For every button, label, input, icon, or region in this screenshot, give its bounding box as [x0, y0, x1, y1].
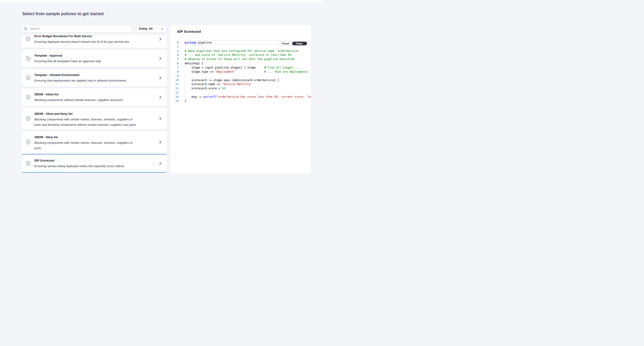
- code-line-number: 14: [170, 95, 179, 99]
- policy-card-description-line: purls and blocking components without ce…: [34, 122, 136, 127]
- shield-check-icon: [26, 75, 30, 80]
- policy-card-title: Template - Approval: [34, 54, 62, 57]
- code-line[interactable]: 11 scorecard.name == "Service Maturity": [170, 82, 311, 86]
- code-line[interactable]: 6deny[msg] {: [170, 61, 311, 66]
- visual-toggle-button[interactable]: Visual: [278, 42, 293, 45]
- policy-card-description: Ensuring that all templates have an appr…: [34, 58, 101, 64]
- code-line-number: 5: [170, 57, 179, 61]
- chevron-right-icon[interactable]: [159, 37, 162, 41]
- code-line-content: scorecard.score < 50: [185, 86, 311, 91]
- code-line-number: 12: [170, 86, 179, 91]
- code-line-content: # Absence of either of these will not ha…: [185, 57, 311, 61]
- code-line-number: 7: [170, 66, 179, 70]
- policy-card-description-line: Blocking components with certain names, …: [34, 140, 133, 145]
- code-line-number: 1: [170, 41, 179, 45]
- code-line-number: 15: [170, 99, 179, 103]
- chevron-right-icon[interactable]: [159, 117, 162, 120]
- code-line-number: 11: [170, 82, 179, 86]
- shield-check-icon: [26, 37, 30, 42]
- code-line-content: scorecard := stage.spec.idpScorecard.ord…: [185, 78, 311, 82]
- code-line-content: # Deny pipelines that are configured for…: [185, 49, 311, 53]
- chevron-right-icon[interactable]: [159, 162, 162, 165]
- code-line[interactable]: 14 msg := sprintf("orderService has scor…: [170, 95, 311, 99]
- shield-check-icon: [26, 116, 30, 121]
- policy-card-title: SBOM - Allow list: [34, 93, 58, 96]
- shield-check-icon: [26, 161, 30, 166]
- policy-card-description: Blocking components without certain lice…: [34, 97, 124, 103]
- rego-toggle-button[interactable]: Rego: [292, 42, 307, 45]
- policy-card-description-line: Ensuring deployed service doesn't breach…: [34, 39, 130, 44]
- entity-filter-label: Entity: All: [139, 27, 152, 30]
- editor-mode-toggle: Visual Rego: [278, 42, 307, 45]
- policy-card-description-line: Ensuring service being deployed meets th…: [34, 163, 124, 169]
- policy-card[interactable]: SBOM - Deny list Blocking components wit…: [22, 131, 166, 153]
- policy-card-description: Blocking components with certain names, …: [34, 140, 133, 151]
- code-line-number: 3: [170, 49, 179, 53]
- shield-check-icon: [26, 95, 30, 100]
- chevron-down-icon: [161, 28, 164, 30]
- search-icon: [24, 27, 28, 31]
- policy-card-description-line: Ensuring that deployments are applied on…: [34, 78, 126, 83]
- code-line-content: # ... and score of 'Service Maturity' sc…: [185, 53, 311, 57]
- search-input[interactable]: [29, 25, 128, 32]
- policy-card-description: Ensuring deployed service doesn't breach…: [34, 39, 130, 44]
- policy-card-title: SBOM - Allow and Deny list: [34, 112, 72, 116]
- policy-detail-panel: IDP Scorecard 1package pipeline23# Deny …: [170, 25, 311, 173]
- code-line-number: 10: [170, 78, 179, 82]
- code-line-content: scorecard.name == "Service Maturity": [185, 82, 311, 86]
- code-line[interactable]: 15}: [170, 99, 311, 103]
- policy-card-title: SBOM - Deny list: [34, 136, 58, 139]
- code-line-content: msg := sprintf("orderService has score l…: [185, 95, 311, 99]
- policy-card-description-line: Blocking components with certain names, …: [34, 117, 136, 122]
- policy-card[interactable]: Template - Allowed Environment Ensuring …: [22, 69, 166, 86]
- code-line-content: stage = input.pipeline.stages[_].stage #…: [185, 66, 311, 70]
- code-line-number: 8: [170, 70, 179, 74]
- top-bar: [0, 0, 322, 3]
- code-line-content: }: [185, 99, 311, 103]
- shield-check-icon: [26, 56, 30, 61]
- page-title: Select from sample policies to get start…: [22, 11, 104, 16]
- policy-card-title: IDP Scorecard: [34, 159, 54, 162]
- policy-card-description: Ensuring that deployments are applied on…: [34, 78, 126, 83]
- chevron-right-icon[interactable]: [159, 57, 162, 60]
- policy-card-description-line: Ensuring that all templates have an appr…: [34, 58, 101, 64]
- code-line-content: deny[msg] {: [185, 61, 311, 66]
- policy-card-description: Ensuring service being deployed meets th…: [34, 163, 124, 169]
- code-line[interactable]: 12 scorecard.score < 50: [170, 86, 311, 91]
- policy-card[interactable]: Error Budget Burndown For Multi Service …: [22, 35, 166, 48]
- code-editor[interactable]: 1package pipeline23# Deny pipelines that…: [170, 38, 311, 173]
- chevron-right-icon[interactable]: [159, 96, 162, 99]
- code-line[interactable]: 9: [170, 74, 311, 78]
- chevron-right-icon[interactable]: [159, 76, 162, 79]
- code-line[interactable]: 8 stage.type == "Deployment" # ... that …: [170, 70, 311, 74]
- chevron-right-icon[interactable]: [159, 140, 162, 144]
- policy-card-description: Blocking components with certain names, …: [34, 117, 136, 128]
- code-line-number: 4: [170, 53, 179, 57]
- code-line-number: 9: [170, 74, 179, 78]
- policy-list: Error Budget Burndown For Multi Service …: [22, 35, 166, 173]
- policy-card-description-line: purls.: [34, 145, 133, 151]
- shield-check-icon: [26, 140, 30, 144]
- policy-detail-title: IDP Scorecard: [177, 29, 201, 33]
- entity-filter-dropdown[interactable]: Entity: All: [136, 25, 166, 32]
- policy-card[interactable]: IDP Scorecard Ensuring service being dep…: [22, 155, 166, 172]
- code-line[interactable]: 3# Deny pipelines that are configured fo…: [170, 49, 311, 53]
- policy-card-title: Template - Allowed Environment: [34, 73, 79, 77]
- policy-card[interactable]: Template - Approval Ensuring that all te…: [22, 49, 166, 67]
- code-line[interactable]: 13: [170, 91, 311, 95]
- policy-card-description-line: Blocking components without certain lice…: [34, 97, 124, 103]
- code-line-number: 2: [170, 45, 179, 49]
- code-line[interactable]: 7 stage = input.pipeline.stages[_].stage…: [170, 66, 311, 70]
- policy-card[interactable]: SBOM - Allow and Deny list Blocking comp…: [22, 108, 166, 129]
- code-line-number: 6: [170, 61, 179, 66]
- code-line[interactable]: 4# ... and score of 'Service Maturity' s…: [170, 53, 311, 57]
- code-line[interactable]: 2: [170, 45, 311, 49]
- search-box[interactable]: [22, 25, 132, 32]
- policy-card-title: Error Budget Burndown For Multi Service: [34, 35, 92, 38]
- code-line[interactable]: 5# Absence of either of these will not h…: [170, 57, 311, 61]
- policy-card[interactable]: SBOM - Allow list Blocking components wi…: [22, 88, 166, 106]
- code-line[interactable]: 10 scorecard := stage.spec.idpScorecard.…: [170, 78, 311, 82]
- code-line-content: stage.type == "Deployment" # ... that ar…: [185, 70, 311, 74]
- indent-guide: [185, 66, 185, 99]
- code-line-number: 13: [170, 91, 179, 95]
